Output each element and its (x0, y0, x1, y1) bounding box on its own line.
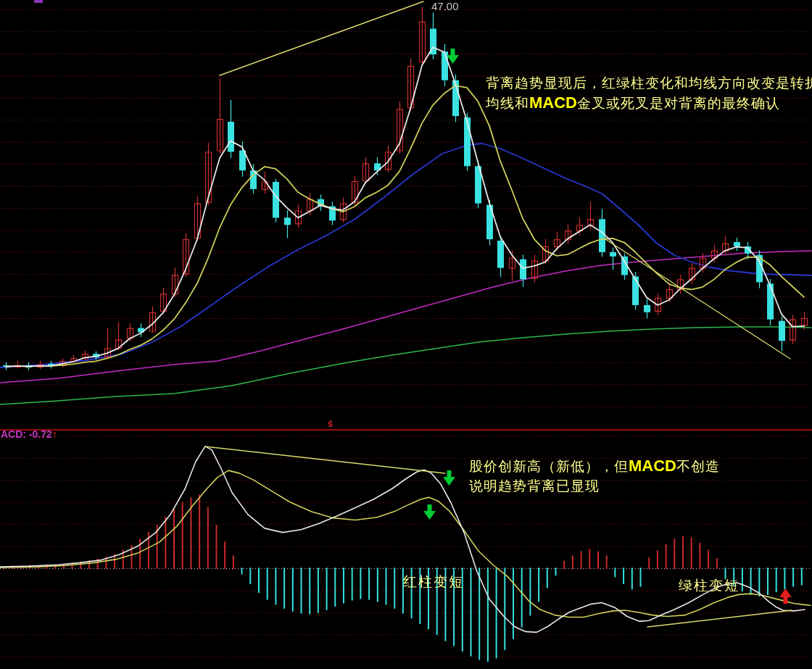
annotation-text: 背离趋势显现后，红绿柱变化和均线方向改变是转折点 (486, 75, 812, 91)
down-arrow-icon (423, 504, 436, 520)
down-arrow-icon (447, 49, 459, 64)
annotation-line: 股价创新高（新低），但MACD不创造 (469, 456, 720, 476)
annotation-text: 不创造 (676, 459, 720, 474)
top-cursor-marker (34, 0, 43, 3)
annotation-text: 均线和 (486, 96, 529, 111)
peak-price-label: 47.00 (431, 0, 459, 12)
annotation-text: 股价创新高（新低），但 (469, 459, 629, 474)
down-arrow-icon (443, 470, 455, 486)
annotation-line: 均线和MACD金叉或死叉是对背离的最终确认 (486, 93, 812, 113)
macd-word: MACD (629, 457, 676, 475)
annotation-text: 说明趋势背离已显现 (469, 478, 600, 494)
annotation-line: 说明趋势背离已显现 (469, 476, 720, 496)
macd-word: MACD (529, 94, 577, 112)
annotation-line: 背离趋势显现后，红绿柱变化和均线方向改变是转折点 (486, 73, 812, 93)
label-green-bars-shorten: 绿柱变短 (679, 576, 740, 595)
macd-value-label: ACD: -0.72↑ (1, 428, 57, 440)
macd-up-arrow-icon: ↑ (52, 428, 58, 440)
annotation-divergence-note: 背离趋势显现后，红绿柱变化和均线方向改变是转折点 均线和MACD金叉或死叉是对背… (486, 73, 812, 113)
stock-chart-screen: 47.00 背离趋势显现后，红绿柱变化和均线方向改变是转折点 均线和MACD金叉… (0, 0, 812, 669)
annotation-text: 金叉或死叉是对背离的最终确认 (577, 96, 780, 111)
annotation-macd-divergence-note: 股价创新高（新低），但MACD不创造 说明趋势背离已显现 (469, 456, 720, 496)
macd-value-text: ACD: -0.72 (1, 428, 52, 440)
label-red-bars-shorten: 红柱变短 (403, 573, 464, 591)
up-arrow-icon (779, 589, 792, 604)
separator-marker: ŝ (328, 418, 333, 429)
